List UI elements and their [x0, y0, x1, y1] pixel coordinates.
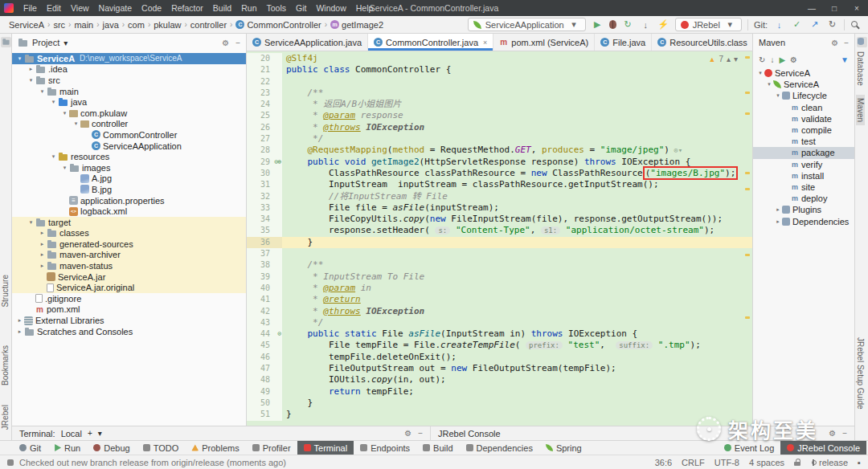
- code-line-42[interactable]: 42 * @throws IOException: [247, 306, 752, 317]
- project-tool-button[interactable]: [1, 37, 11, 47]
- indent-style[interactable]: 4 spaces: [749, 458, 784, 467]
- breadcrumb-src[interactable]: src: [52, 20, 66, 30]
- project-item-main[interactable]: ▾main: [12, 86, 246, 97]
- statusbar-button-problems[interactable]: Problems: [185, 441, 245, 455]
- line-number[interactable]: 40: [247, 283, 282, 294]
- code-line-32[interactable]: 32 //将InputStream 转 File: [247, 191, 752, 202]
- code-line-22[interactable]: 22: [247, 76, 752, 88]
- menu-build[interactable]: Build: [208, 3, 236, 13]
- statusbar-button-terminal[interactable]: Terminal: [297, 441, 354, 455]
- project-item-external-libraries[interactable]: ▸External Libraries: [12, 315, 246, 326]
- tool-button-structure[interactable]: Structure: [1, 275, 10, 308]
- project-item-classes[interactable]: ▸classes: [12, 228, 246, 239]
- tool-button-maven[interactable]: Maven: [856, 95, 865, 125]
- maven-item-install[interactable]: minstall: [753, 170, 854, 181]
- project-item-serviceaapplication[interactable]: CServiceAApplication: [12, 141, 246, 152]
- terminal-dropdown-icon[interactable]: ▾: [98, 429, 102, 438]
- notifications-icon[interactable]: ▪: [858, 458, 861, 467]
- line-number[interactable]: 27: [247, 133, 282, 145]
- maximize-window-icon[interactable]: □: [823, 4, 845, 13]
- editor-tab-commoncontroller-java[interactable]: CCommonController.java×: [368, 34, 493, 51]
- project-item-logback-xml[interactable]: <>logback.xml: [12, 206, 246, 217]
- line-number[interactable]: 23: [247, 88, 282, 99]
- line-number[interactable]: 24: [247, 99, 282, 110]
- maven-item-verify[interactable]: mverify: [753, 159, 854, 170]
- code-line-49[interactable]: 49 return tempFile;: [247, 386, 752, 398]
- line-ending[interactable]: CRLF: [682, 458, 705, 467]
- expand-arrow-icon[interactable]: ▸: [27, 66, 35, 72]
- expand-arrow-icon[interactable]: ▸: [38, 230, 47, 236]
- editor-tab-resourceutils-class[interactable]: CResourceUtils.class: [652, 34, 752, 51]
- project-item-images[interactable]: ▾images: [12, 162, 246, 173]
- maven-item-site[interactable]: msite: [753, 181, 854, 193]
- line-number[interactable]: 31: [247, 179, 282, 190]
- project-item-target[interactable]: ▾target: [12, 217, 246, 228]
- line-number[interactable]: 33: [247, 202, 282, 214]
- tool-button-jrebel-setup-guide[interactable]: JRebel Setup Guide: [856, 337, 865, 410]
- expand-arrow-icon[interactable]: ▾: [774, 92, 782, 99]
- expand-arrow-icon[interactable]: ▾: [38, 88, 47, 95]
- line-number[interactable]: 34: [247, 214, 282, 225]
- code-line-40[interactable]: 40 * @param in: [247, 283, 752, 294]
- tool-button-database[interactable]: Database: [856, 51, 865, 86]
- line-number[interactable]: 42: [247, 306, 282, 317]
- jrebel-console-minimize-icon[interactable]: −: [842, 429, 847, 438]
- code-line-45[interactable]: 45 File tempFile = File.createTempFile( …: [247, 340, 752, 351]
- new-terminal-icon[interactable]: +: [88, 429, 92, 438]
- terminal-tab-local[interactable]: Local: [61, 429, 82, 438]
- project-item-gitignore[interactable]: .gitignore: [12, 293, 246, 304]
- code-line-35[interactable]: 35 response.setHeader( s: "Content-Type"…: [247, 225, 752, 236]
- menu-tools[interactable]: Tools: [261, 3, 291, 13]
- maven-settings-icon[interactable]: ⚙: [831, 39, 838, 47]
- line-number[interactable]: 50: [247, 398, 282, 409]
- code-line-39[interactable]: 39 * InputStream To File: [247, 271, 752, 283]
- breadcrumb-main[interactable]: main: [73, 20, 94, 30]
- project-item-maven-status[interactable]: ▸maven-status: [12, 260, 246, 271]
- coverage-icon[interactable]: ↓: [640, 20, 652, 30]
- line-number[interactable]: 41: [247, 294, 282, 305]
- project-item-servicea-jar-original[interactable]: ServiceA.jar.original: [12, 282, 246, 293]
- line-number[interactable]: 29⊙⊕: [247, 157, 282, 168]
- code-line-33[interactable]: 33 File file = asFile(inputStream);: [247, 202, 752, 214]
- warning-tick-icon[interactable]: [745, 188, 750, 190]
- breadcrumb-pkulaw[interactable]: pkulaw: [153, 20, 182, 30]
- project-item-scratches-and-consoles[interactable]: ▸Scratches and Consoles: [12, 326, 246, 337]
- menu-edit[interactable]: Edit: [42, 3, 66, 13]
- hide-project-panel-icon[interactable]: −: [235, 39, 240, 47]
- code-line-51[interactable]: 51}: [247, 409, 752, 420]
- rerun-icon[interactable]: ↻: [622, 19, 634, 30]
- statusbar-button-run[interactable]: Run: [47, 441, 87, 455]
- project-item-controller[interactable]: ▾controller: [12, 119, 246, 130]
- maven-settings-gear-icon[interactable]: ⚙: [790, 55, 797, 64]
- menu-file[interactable]: File: [18, 3, 42, 13]
- menu-window[interactable]: Window: [311, 3, 350, 13]
- project-item-idea[interactable]: ▸.idea: [12, 64, 246, 75]
- expand-arrow-icon[interactable]: ▾: [60, 110, 69, 116]
- menu-run[interactable]: Run: [236, 3, 261, 13]
- line-number[interactable]: 49: [247, 386, 282, 398]
- project-item-application-properties[interactable]: ≡application.properties: [12, 195, 246, 206]
- code-line-50[interactable]: 50 }: [247, 398, 752, 409]
- code-line-48[interactable]: 48 IOUtils.copy(in, out);: [247, 374, 752, 385]
- project-item-resources[interactable]: ▾resources: [12, 151, 246, 162]
- hide-maven-panel-icon[interactable]: −: [844, 39, 849, 47]
- breadcrumb-controller[interactable]: controller: [190, 20, 227, 30]
- close-window-icon[interactable]: ×: [845, 4, 868, 13]
- maven-item-clean[interactable]: mclean: [753, 102, 854, 113]
- tool-button-bookmarks[interactable]: Bookmarks: [1, 345, 10, 385]
- code-line-47[interactable]: 47 FileOutputStream out = new FileOutput…: [247, 363, 752, 374]
- expand-arrow-icon[interactable]: ▸: [38, 263, 47, 269]
- breadcrumb-java[interactable]: java: [102, 20, 120, 30]
- statusbar-button-jrebel-console[interactable]: JRebel Console: [780, 441, 866, 455]
- project-item-servicea[interactable]: ▾ServiceAD:\new_workspace\ServiceA: [12, 53, 246, 64]
- maven-item-servicea[interactable]: ▾ServiceA: [753, 79, 854, 90]
- line-number[interactable]: 48: [247, 374, 282, 385]
- project-item-com-pkulaw[interactable]: ▾com.pkulaw: [12, 108, 246, 119]
- menu-refactor[interactable]: Refactor: [166, 3, 208, 13]
- expand-arrow-icon[interactable]: ▾: [27, 77, 35, 84]
- warning-tick-icon[interactable]: [745, 172, 750, 174]
- expand-arrow-icon[interactable]: ▸: [38, 251, 47, 258]
- terminal-minimize-icon[interactable]: −: [418, 429, 423, 438]
- error-stripe[interactable]: [744, 51, 751, 426]
- caret-position[interactable]: 36:6: [655, 458, 672, 467]
